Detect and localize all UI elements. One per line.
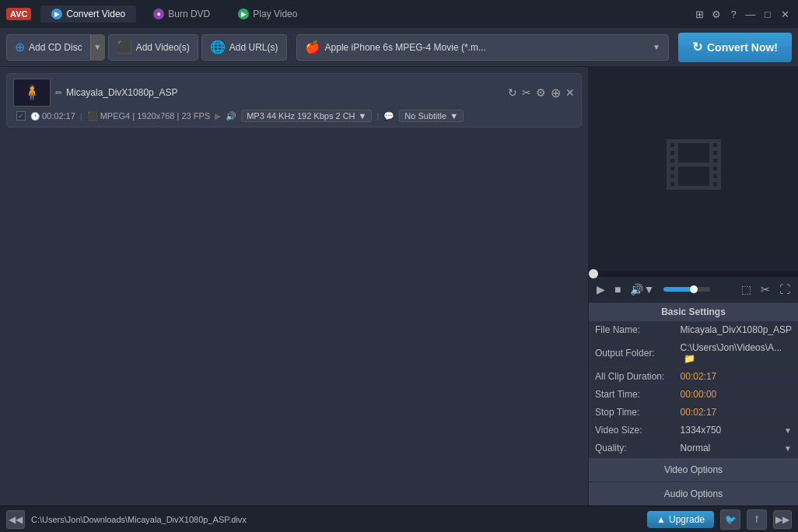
quality-value: Normal ▼ [674, 439, 798, 457]
upgrade-label: Upgrade [669, 514, 705, 525]
audio-track-selector[interactable]: MP3 44 KHz 192 Kbps 2 CH ▼ [241, 110, 372, 122]
minimize-button[interactable]: — [744, 7, 758, 21]
video-size-row: Video Size: 1334x750 ▼ [589, 422, 798, 439]
volume-dropdown-button[interactable]: 🔊▼ [627, 282, 657, 297]
play-video-tab-icon: ▶ [238, 9, 249, 19]
clock-icon: 🕐 [30, 112, 40, 121]
status-path: C:\Users\Jon\Downloads\Micayala_DivX1080… [31, 515, 641, 524]
subtitle-chevron-icon: ▼ [450, 111, 458, 121]
remove-item-button[interactable]: ✕ [565, 86, 575, 99]
nav-forward-button[interactable]: ▶▶ [773, 510, 792, 529]
quality-chevron-icon: ▼ [784, 444, 792, 453]
video-item: 🧍 ✏ Micayala_DivX1080p_ASP ↻ ✂ ⚙ ⊕ ✕ 🕐 [6, 73, 582, 128]
play-button[interactable]: ▶ [593, 282, 608, 297]
tab-convert-video-label: Convert Video [66, 9, 125, 19]
audio-options-button[interactable]: Audio Options [589, 481, 798, 506]
subtitle-icon: 💬 [383, 111, 394, 121]
add-video-button[interactable]: ⬛ Add Video(s) [108, 34, 198, 61]
add-video-icon: ⬛ [117, 40, 132, 54]
video-size-chevron-icon: ▼ [784, 426, 792, 435]
edit-icon[interactable]: ✏ [55, 88, 62, 98]
nav-back-button[interactable]: ◀◀ [6, 510, 25, 529]
close-button[interactable]: ✕ [778, 7, 792, 21]
convert-now-label: Convert Now! [707, 41, 778, 54]
file-name-label: File Name: [589, 321, 674, 339]
video-size-value: 1334x750 ▼ [674, 422, 798, 439]
stop-button[interactable]: ■ [611, 282, 624, 297]
video-duration: 00:02:17 [42, 111, 75, 121]
subtitle-selector[interactable]: No Subtitle ▼ [399, 110, 464, 122]
video-format-icon: ⬛ [87, 111, 98, 121]
settings-icon[interactable]: ⊞ [692, 7, 706, 21]
video-actions: ↻ ✂ ⚙ ⊕ ✕ [508, 86, 575, 100]
video-filename: Micayala_DivX1080p_ASP [66, 87, 177, 98]
audio-icon: 🔊 [226, 111, 236, 121]
gear-icon[interactable]: ⚙ [709, 7, 723, 21]
start-time-value: 00:00:00 [674, 386, 798, 404]
format-detail: ⬛ MPEG4 | 1920x768 | 23 FPS [87, 111, 210, 121]
add-cd-button[interactable]: ⊕ Add CD Disc ▼ [6, 34, 105, 61]
refresh-icon[interactable]: ↻ [508, 86, 517, 99]
trim-button[interactable]: ✂ [758, 282, 773, 297]
help-icon[interactable]: ? [726, 7, 740, 21]
add-cd-label: Add CD Disc [29, 42, 82, 53]
tab-play-video[interactable]: ▶ Play Video [227, 5, 308, 23]
separator2: ▶ [215, 111, 221, 121]
stop-time-value: 00:02:17 [674, 404, 798, 422]
video-checkbox[interactable] [16, 111, 26, 121]
tab-convert-video[interactable]: ▶ Convert Video [40, 5, 136, 23]
add-cd-arrow[interactable]: ▼ [90, 35, 104, 60]
add-url-button[interactable]: 🌐 Add URL(s) [201, 34, 287, 61]
upgrade-icon: ▲ [656, 514, 666, 525]
upgrade-button[interactable]: ▲ Upgrade [647, 511, 714, 528]
right-panel: 🎞 ▶ ■ 🔊▼ ⬚ ✂ ⛶ Basic Settings [588, 67, 798, 506]
player-progress-bar[interactable] [589, 271, 798, 277]
audio-chevron-icon: ▼ [359, 111, 367, 121]
file-name-value: Micayala_DivX1080p_ASP [674, 321, 798, 339]
add-url-icon: 🌐 [210, 40, 226, 54]
start-time-label: Start Time: [589, 386, 674, 404]
settings2-icon[interactable]: ⚙ [536, 86, 546, 99]
format-text: Apple iPhone 6s MPEG-4 Movie (*.m... [325, 42, 649, 53]
volume-slider[interactable] [663, 287, 710, 292]
twitter-button[interactable]: 🐦 [720, 509, 740, 530]
volume-fill [663, 287, 691, 292]
settings-title: Basic Settings [589, 303, 798, 321]
scissors-icon[interactable]: ✂ [522, 86, 531, 99]
maximize-button[interactable]: □ [761, 7, 775, 21]
format-selector[interactable]: 🍎 Apple iPhone 6s MPEG-4 Movie (*.m... ▼ [296, 34, 669, 61]
stop-time-row: Stop Time: 00:02:17 [589, 404, 798, 422]
convert-icon: ↻ [692, 40, 702, 54]
player-controls: ▶ ■ 🔊▼ ⬚ ✂ ⛶ [589, 277, 798, 302]
add-url-label: Add URL(s) [229, 42, 278, 53]
output-folder-row: Output Folder: C:\Users\Jon\Videos\A... … [589, 339, 798, 368]
subtitle-value: No Subtitle [404, 111, 446, 121]
convert-now-button[interactable]: ↻ Convert Now! [678, 33, 792, 62]
tab-burn-dvd[interactable]: ● Burn DVD [142, 5, 221, 23]
left-panel: 🧍 ✏ Micayala_DivX1080p_ASP ↻ ✂ ⚙ ⊕ ✕ 🕐 [0, 67, 588, 506]
player-right-buttons: ⬚ ✂ ⛶ [738, 282, 793, 297]
audio-track-value: MP3 44 KHz 192 Kbps 2 CH [247, 111, 355, 121]
statusbar: ◀◀ C:\Users\Jon\Downloads\Micayala_DivX1… [0, 506, 798, 532]
all-clip-duration-row: All Clip Duration: 00:02:17 [589, 368, 798, 386]
all-clip-duration-label: All Clip Duration: [589, 368, 674, 386]
copy-button[interactable]: ⬚ [738, 282, 754, 297]
stop-time-label: Stop Time: [589, 404, 674, 422]
browse-folder-icon[interactable]: 📁 [684, 353, 695, 364]
video-size-selector[interactable]: 1334x750 ▼ [681, 425, 792, 436]
settings-table: File Name: Micayala_DivX1080p_ASP Output… [589, 321, 798, 457]
progress-thumb[interactable] [589, 269, 598, 278]
start-time-row: Start Time: 00:00:00 [589, 386, 798, 404]
main-content: 🧍 ✏ Micayala_DivX1080p_ASP ↻ ✂ ⚙ ⊕ ✕ 🕐 [0, 67, 798, 506]
duration-detail: 🕐 00:02:17 [30, 111, 75, 121]
file-name-row: File Name: Micayala_DivX1080p_ASP [589, 321, 798, 339]
add-video-label: Add Video(s) [136, 42, 190, 53]
output-folder-label: Output Folder: [589, 339, 674, 368]
fullscreen-button[interactable]: ⛶ [776, 282, 793, 297]
quality-selector[interactable]: Normal ▼ [681, 443, 792, 453]
add-item-button[interactable]: ⊕ [551, 86, 561, 100]
video-options-button[interactable]: Video Options [589, 457, 798, 481]
separator1: | [80, 111, 82, 121]
quality-row: Quality: Normal ▼ [589, 439, 798, 457]
facebook-button[interactable]: f [747, 509, 767, 530]
